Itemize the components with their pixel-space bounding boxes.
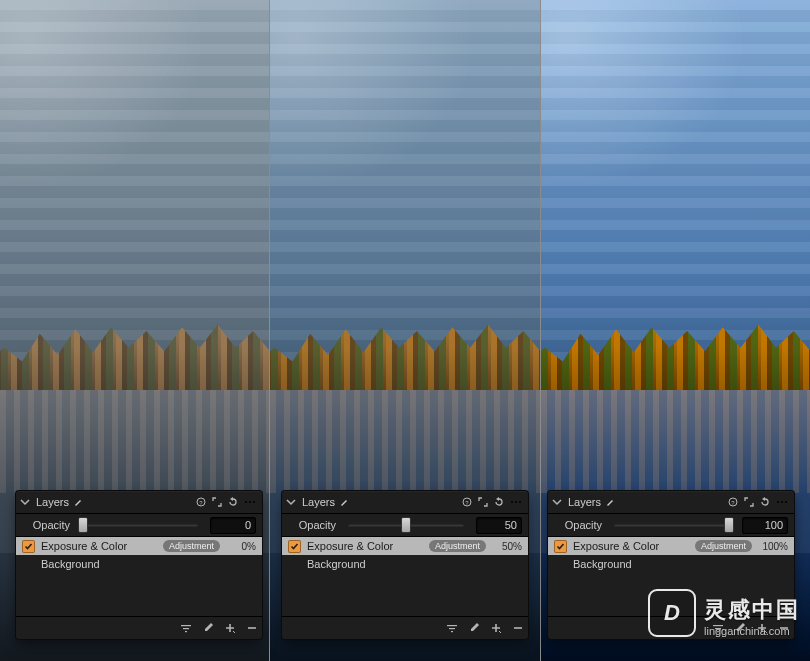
reset-icon[interactable] [760,497,770,507]
panel-header[interactable]: Layers ? [548,491,794,514]
svg-point-19 [781,501,783,503]
panel-footer [16,616,262,639]
opacity-control: Opacity 0 [16,514,262,537]
layers-panel-2[interactable]: Layers ? Opacity 100 Exposure & Color Ad… [548,491,794,639]
svg-rect-21 [713,625,723,626]
opacity-value[interactable]: 50 [476,517,522,534]
add-layer-icon[interactable] [224,622,236,634]
panel-footer [548,616,794,639]
layer-badge: Adjustment [695,540,752,552]
opacity-value[interactable]: 0 [210,517,256,534]
layer-list: Exposure & Color Adjustment 100% Backgro… [548,537,794,573]
opacity-label: Opacity [22,519,70,531]
svg-point-12 [519,501,521,503]
help-icon[interactable]: ? [196,497,206,507]
filter-icon[interactable] [712,622,724,634]
opacity-label: Opacity [554,519,602,531]
remove-layer-icon[interactable] [246,622,258,634]
svg-rect-22 [715,628,721,629]
brush-icon[interactable] [73,497,83,507]
panel-title: Layers [302,496,335,508]
opacity-value[interactable]: 100 [742,517,788,534]
layer-list: Exposure & Color Adjustment 50% Backgrou… [282,537,528,573]
slider-thumb[interactable] [78,517,88,533]
eyedropper-icon[interactable] [202,622,214,634]
brush-icon[interactable] [339,497,349,507]
svg-rect-15 [451,631,453,632]
visibility-checkbox[interactable] [554,540,567,553]
svg-point-18 [777,501,779,503]
svg-rect-23 [717,631,719,632]
help-icon[interactable]: ? [462,497,472,507]
panel-title: Layers [36,496,69,508]
layer-opacity: 50% [492,541,522,552]
panel-header[interactable]: Layers ? [282,491,528,514]
layers-panel-1[interactable]: Layers ? Opacity 50 Exposure & Color Adj… [282,491,528,639]
remove-layer-icon[interactable] [512,622,524,634]
reset-icon[interactable] [228,497,238,507]
layer-row-background[interactable]: Background [548,555,794,573]
layer-row-background[interactable]: Background [16,555,262,573]
layers-panel-0[interactable]: Layers ? Opacity 0 [16,491,262,639]
layer-opacity: 100% [758,541,788,552]
layer-opacity: 0% [226,541,256,552]
layer-badge: Adjustment [429,540,486,552]
filter-icon[interactable] [180,622,192,634]
expand-icon[interactable] [744,497,754,507]
add-layer-icon[interactable] [490,622,502,634]
svg-rect-7 [185,631,187,632]
panel-header[interactable]: Layers ? [16,491,262,514]
slider-thumb[interactable] [401,517,411,533]
svg-point-2 [245,501,247,503]
svg-rect-13 [447,625,457,626]
layer-badge: Adjustment [163,540,220,552]
layer-row-exposure[interactable]: Exposure & Color Adjustment 100% [548,537,794,555]
svg-rect-14 [449,628,455,629]
opacity-slider[interactable] [610,518,734,532]
expand-icon[interactable] [212,497,222,507]
layer-name: Background [573,558,788,570]
svg-point-3 [249,501,251,503]
panel-title: Layers [568,496,601,508]
svg-text:?: ? [199,500,203,506]
more-icon[interactable] [510,497,522,507]
layer-name: Exposure & Color [573,540,689,552]
help-icon[interactable]: ? [728,497,738,507]
slider-thumb[interactable] [724,517,734,533]
layer-row-exposure[interactable]: Exposure & Color Adjustment 50% [282,537,528,555]
svg-point-10 [511,501,513,503]
svg-rect-5 [181,625,191,626]
brush-icon[interactable] [605,497,615,507]
panel-footer [282,616,528,639]
svg-point-4 [253,501,255,503]
layer-name: Exposure & Color [307,540,423,552]
layer-name: Background [41,558,256,570]
collapse-icon[interactable] [18,497,32,507]
layer-name: Exposure & Color [41,540,157,552]
opacity-label: Opacity [288,519,336,531]
svg-rect-6 [183,628,189,629]
visibility-checkbox[interactable] [288,540,301,553]
eyedropper-icon[interactable] [468,622,480,634]
svg-text:?: ? [465,500,469,506]
svg-text:?: ? [731,500,735,506]
more-icon[interactable] [776,497,788,507]
opacity-slider[interactable] [344,518,468,532]
opacity-control: Opacity 50 [282,514,528,537]
opacity-slider[interactable] [78,518,202,532]
expand-icon[interactable] [478,497,488,507]
layer-row-exposure[interactable]: Exposure & Color Adjustment 0% [16,537,262,555]
panel-row: Layers ? Opacity 0 [0,491,810,639]
more-icon[interactable] [244,497,256,507]
remove-layer-icon[interactable] [778,622,790,634]
filter-icon[interactable] [446,622,458,634]
visibility-checkbox[interactable] [22,540,35,553]
layer-row-background[interactable]: Background [282,555,528,573]
reset-icon[interactable] [494,497,504,507]
eyedropper-icon[interactable] [734,622,746,634]
collapse-icon[interactable] [550,497,564,507]
layer-list: Exposure & Color Adjustment 0% Backgroun… [16,537,262,573]
layer-name: Background [307,558,522,570]
add-layer-icon[interactable] [756,622,768,634]
collapse-icon[interactable] [284,497,298,507]
